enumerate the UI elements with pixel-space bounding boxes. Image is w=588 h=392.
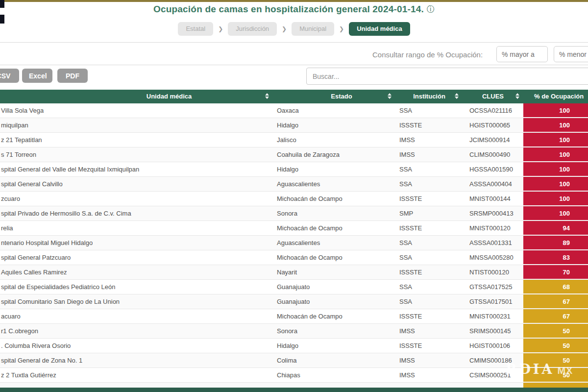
export-pdf-button[interactable]: PDF — [57, 69, 88, 83]
cell-institucion: SSA — [399, 103, 412, 118]
cell-ocupacion: 50 — [523, 368, 588, 382]
breadcrumb-unidad-medica[interactable]: Unidad médica — [349, 22, 410, 36]
table-row[interactable]: spital Privado de Hermosillo S.a. de C.v… — [0, 206, 588, 221]
sort-icon[interactable] — [265, 93, 269, 99]
cell-institucion: SSA — [399, 177, 412, 191]
table-header: Unidad médica Estado Institución CLUES %… — [0, 90, 588, 103]
cell-unidad-medica: ntenario Hospital Miguel Hidalgo — [1, 236, 93, 250]
cell-ocupacion: 50 — [523, 324, 588, 338]
table-row[interactable]: spital General de Zona No. 1ColimaIMSSCM… — [0, 353, 588, 368]
cell-clues: NTIST000120 — [469, 265, 509, 279]
cell-unidad-medica: z 21 Tepatitlan — [1, 133, 42, 147]
table-row[interactable]: spital de Especialidades Pediatrico León… — [0, 280, 588, 294]
cell-estado: Guanajuato — [277, 280, 310, 294]
table-row[interactable]: . Columba Rivera OsorioHidalgoISSSTEHGIS… — [0, 339, 588, 353]
cell-ocupacion: 67 — [523, 294, 588, 308]
cell-estado: Sonora — [277, 206, 297, 220]
column-header-estado[interactable]: Estado — [331, 90, 352, 103]
column-header-institucion[interactable]: Institución — [413, 90, 445, 103]
cell-clues: CSIMS000251 — [469, 368, 511, 382]
cell-unidad-medica: r1 C.obregon — [1, 324, 38, 338]
table-row[interactable]: spital General del Valle del Mezquital I… — [0, 162, 588, 177]
table-row[interactable]: miquilpanHidalgoISSSTEHGIST000065100 — [0, 118, 588, 133]
cell-unidad-medica: Aquiles Calles Ramirez — [1, 265, 67, 279]
table-row[interactable]: spital General PatzcuaroMichoacán de Oca… — [0, 250, 588, 265]
cell-clues: HGSSA001590 — [469, 162, 513, 176]
ocupacion-value: 50 — [563, 342, 570, 349]
table-row[interactable]: z 21 TepatitlanJaliscoIMSSJCIMS000914100 — [0, 133, 588, 147]
cell-institucion: ISSSTE — [399, 265, 422, 279]
ocupacion-value: 100 — [559, 107, 570, 114]
cell-unidad-medica: acuaro — [1, 309, 21, 323]
cell-estado: Michoacán de Ocampo — [277, 192, 343, 206]
title-row: Ocupación de camas en hospitalización ge… — [0, 4, 588, 15]
table-row[interactable]: z 2 Tuxtla GutiérrezChiapasIMSSCSIMS0002… — [0, 368, 588, 383]
cell-unidad-medica: . Columba Rivera Osorio — [1, 339, 71, 353]
cell-clues: ASSSA001331 — [469, 236, 512, 250]
cell-estado: Hidalgo — [277, 339, 298, 353]
table-row[interactable]: ntenario Hospital Miguel HidalgoAguascal… — [0, 236, 588, 250]
table-row[interactable]: Aquiles Calles RamirezNayaritISSSTENTIST… — [0, 265, 588, 280]
ocupacion-value: 100 — [559, 166, 570, 173]
cell-institucion: SSA — [399, 236, 412, 250]
cell-ocupacion: 89 — [523, 236, 588, 249]
sort-icon[interactable] — [515, 93, 519, 99]
export-excel-button[interactable]: Excel — [22, 69, 52, 83]
table-body: Villa Sola VegaOaxacaSSAOCSSA021116100mi… — [0, 103, 588, 392]
cell-clues: GTSSA017501 — [469, 294, 512, 309]
cell-clues: CMIMS000186 — [469, 353, 512, 368]
cell-estado: Chiapas — [277, 368, 300, 382]
cell-institucion: SSA — [399, 294, 412, 309]
sort-icon[interactable] — [455, 93, 459, 99]
ocupacion-value: 100 — [559, 122, 570, 129]
ocupacion-value: 100 — [559, 136, 570, 144]
table-row[interactable]: zcuaroMichoacán de OcampoISSSTEMNIST0001… — [0, 192, 588, 206]
cell-ocupacion: 94 — [523, 221, 588, 235]
table-row[interactable]: Villa Sola VegaOaxacaSSAOCSSA021116100 — [0, 103, 588, 118]
cell-clues: OCSSA021116 — [469, 103, 512, 118]
cell-unidad-medica: spital General de Zona No. 1 — [1, 353, 82, 368]
cell-unidad-medica: spital Privado de Hermosillo S.a. de C.v… — [1, 206, 131, 220]
ocupacion-value: 68 — [563, 283, 570, 291]
info-icon[interactable]: ⓘ — [427, 4, 435, 15]
occupancy-min-input[interactable] — [496, 46, 548, 62]
cell-unidad-medica: Villa Sola Vega — [1, 103, 44, 118]
column-header-clues[interactable]: CLUES — [482, 90, 504, 103]
cell-estado: Hidalgo — [277, 118, 298, 132]
table-row[interactable]: spital General CalvilloAguascalientesSSA… — [0, 177, 588, 192]
occupancy-max-input[interactable] — [554, 46, 588, 62]
cell-institucion: IMSS — [399, 368, 415, 382]
column-header-ocupacion[interactable]: % de Ocupación — [534, 90, 584, 103]
cell-clues: JCIMS000914 — [469, 133, 510, 147]
cell-clues: MNIST000231 — [469, 309, 511, 323]
export-csv-button[interactable]: CSV — [0, 69, 19, 83]
breadcrumb-jurisdiccion[interactable]: Jurisdicción — [228, 22, 277, 36]
cell-clues: MNSSA005280 — [469, 250, 514, 265]
breadcrumb: Estatal ❯ Jurisdicción ❯ Municipal ❯ Uni… — [0, 22, 588, 36]
table-row[interactable]: r1 C.obregonSonoraIMSSSRIMS00014550 — [0, 324, 588, 339]
cell-clues: CLIMS000490 — [469, 147, 510, 162]
cell-estado: Aguascalientes — [277, 236, 320, 250]
search-input[interactable] — [306, 68, 588, 85]
cell-ocupacion: 68 — [523, 280, 588, 294]
table-row[interactable]: s 71 TorreonCoahuila de ZaragozaIMSSCLIM… — [0, 147, 588, 162]
cell-ocupacion: 50 — [523, 353, 588, 367]
cell-ocupacion: 100 — [523, 177, 588, 191]
table-row[interactable]: spital Comunitario San Diego de La Union… — [0, 294, 588, 309]
breadcrumb-estatal[interactable]: Estatal — [178, 22, 213, 36]
cell-ocupacion: 50 — [523, 339, 588, 352]
breadcrumb-municipal[interactable]: Municipal — [292, 22, 334, 36]
cell-unidad-medica: spital Comunitario San Diego de La Union — [1, 294, 120, 309]
occupancy-range-label: Consultar rango de % Ocupación: — [372, 50, 483, 59]
cell-institucion: IMSS — [399, 324, 415, 338]
cell-ocupacion: 100 — [523, 192, 588, 205]
cell-unidad-medica: s 71 Torreon — [1, 147, 36, 162]
column-header-unidad-medica[interactable]: Unidad médica — [147, 90, 192, 103]
cell-institucion: SSA — [399, 162, 412, 176]
cell-ocupacion: 100 — [523, 206, 588, 220]
table-row[interactable]: acuaroMichoacán de OcampoISSSTEMNIST0002… — [0, 309, 588, 324]
cell-ocupacion: 100 — [523, 118, 588, 132]
sort-icon[interactable] — [388, 93, 392, 99]
table-row[interactable]: reliaMichoacán de OcampoISSSTEMNIST00012… — [0, 221, 588, 236]
ocupacion-value: 100 — [559, 180, 570, 188]
